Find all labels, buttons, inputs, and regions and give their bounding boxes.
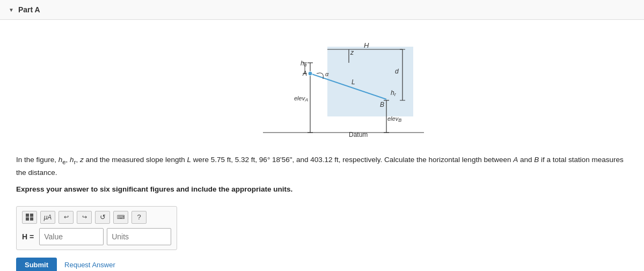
part-title: Part A	[18, 5, 40, 14]
svg-text:B: B	[380, 101, 384, 108]
svg-text:d: d	[395, 68, 399, 75]
svg-text:H: H	[364, 41, 369, 49]
reset-button[interactable]: ↺	[95, 211, 110, 224]
mu-button[interactable]: μΑ	[40, 211, 55, 224]
redo-button[interactable]: ↪	[77, 211, 92, 224]
svg-text:z: z	[350, 49, 354, 56]
figure-container: H z α A L d hr B	[16, 31, 628, 143]
submit-button[interactable]: Submit	[16, 258, 57, 271]
svg-text:α: α	[325, 71, 329, 77]
svg-text:elevA: elevA	[294, 95, 308, 102]
part-header: ▼ Part A	[0, 0, 644, 20]
h-label: H =	[22, 232, 34, 241]
diagram-figure: H z α A L d hr B	[220, 31, 424, 143]
svg-text:L: L	[352, 78, 355, 86]
chevron-down-icon: ▼	[9, 7, 14, 13]
keyboard-button[interactable]: ⌨	[113, 211, 128, 224]
submit-row: Submit Request Answer	[16, 258, 628, 271]
matrix-button[interactable]	[22, 211, 37, 224]
answer-box: μΑ ↩ ↪ ↺ ⌨ ? H =	[16, 206, 177, 250]
svg-point-15	[308, 71, 312, 76]
svg-text:elevB: elevB	[387, 115, 401, 123]
request-answer-link[interactable]: Request Answer	[64, 261, 115, 269]
svg-rect-0	[327, 47, 413, 116]
svg-text:Datum: Datum	[349, 131, 368, 138]
help-button[interactable]: ?	[131, 211, 147, 224]
toolbar: μΑ ↩ ↪ ↺ ⌨ ?	[22, 211, 171, 224]
units-input[interactable]	[107, 228, 171, 245]
instruction-text: Express your answer to six significant f…	[16, 184, 628, 195]
undo-button[interactable]: ↩	[58, 211, 74, 224]
value-input[interactable]	[39, 228, 104, 245]
svg-text:he: he	[301, 60, 307, 68]
problem-text: In the figure, he, hr, z and the measure…	[16, 154, 628, 178]
